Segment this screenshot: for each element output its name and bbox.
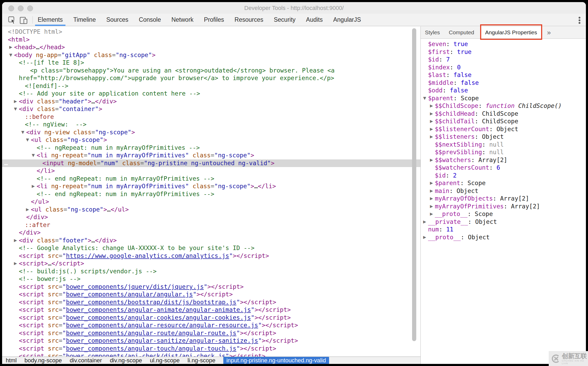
disclosure-right-icon[interactable]: ▶ (429, 187, 434, 195)
dom-line[interactable]: <script src="bower_components/angular-co… (2, 314, 420, 322)
property-row[interactable]: ▶$$listenerCount: Object (421, 125, 586, 133)
inspect-element-icon[interactable] (8, 16, 16, 24)
dom-line[interactable]: </li> (2, 167, 420, 175)
disclosure-down-icon[interactable]: ▼ (20, 129, 26, 136)
disclosure-right-icon[interactable]: ▶ (429, 203, 434, 210)
disclosure-down-icon[interactable]: ▼ (8, 51, 14, 59)
tab-profiles[interactable]: Profiles (204, 14, 224, 26)
dom-pane-scrollbar-thumb[interactable] (412, 28, 416, 341)
property-row[interactable]: ▶$$ChildScope: function ChildScope() (421, 102, 586, 110)
property-row[interactable]: $id: 2 (421, 172, 586, 180)
dom-line[interactable]: <script src="bower_components/jquery/dis… (2, 283, 420, 291)
breadcrumb-item[interactable]: li.ng-scope (187, 357, 215, 364)
property-row[interactable]: ▶$parent: Scope (421, 179, 586, 187)
tab-timeline[interactable]: Timeline (73, 14, 96, 26)
disclosure-right-icon[interactable]: ▶ (25, 206, 30, 214)
dom-line[interactable]: <script src="https://www.google-analytic… (2, 252, 420, 260)
disclosure-right-icon[interactable]: ▶ (429, 102, 434, 110)
disclosure-right-icon[interactable]: ▶ (13, 260, 18, 268)
property-row[interactable]: ▶__proto__: Object (421, 234, 586, 241)
dom-line[interactable]: ▶<head>…</head> (2, 43, 420, 51)
disclosure-right-icon[interactable]: ▶ (8, 43, 14, 51)
property-row[interactable]: ▶$$childTail: ChildScope (421, 118, 586, 125)
breadcrumb-item[interactable]: ul.ng-scope (150, 357, 180, 364)
property-row[interactable]: $id: 7 (421, 56, 586, 64)
dom-line[interactable]: ▶<div class="footer">…</div> (2, 237, 420, 245)
breadcrumb-item[interactable]: body.ng-scope (25, 357, 62, 364)
dom-line[interactable]: <!-- Add your site or application conten… (2, 90, 420, 98)
disclosure-right-icon[interactable]: ▶ (429, 133, 434, 141)
property-row[interactable]: ▶__private__: Object (421, 218, 586, 226)
property-row[interactable]: $$nextSibling: null (421, 141, 586, 149)
overflow-dots-icon[interactable]: … (4, 159, 8, 167)
dom-line[interactable]: </div> (2, 229, 420, 237)
disclosure-down-icon[interactable]: ▼ (25, 136, 30, 144)
property-row[interactable]: $last: false (421, 71, 586, 79)
dom-line[interactable]: href="http://browsehappy.com/">upgrade y… (2, 74, 420, 82)
dom-line[interactable]: <script src="bower_components/angular-to… (2, 345, 420, 353)
disclosure-right-icon[interactable]: ▶ (13, 237, 18, 245)
tab-resources[interactable]: Resources (235, 14, 263, 26)
more-options-kebab-icon[interactable] (576, 16, 582, 24)
property-row[interactable]: $$watchersCount: 6 (421, 164, 586, 172)
dom-line[interactable]: <![endif]--> (2, 82, 420, 90)
dom-line[interactable]: <!-- build:js(.) scripts/vendor.js --> (2, 268, 420, 275)
property-row[interactable]: ▶$$listeners: Object (421, 133, 586, 141)
disclosure-right-icon[interactable]: ▶ (30, 182, 36, 190)
property-row[interactable]: $$prevSibling: null (421, 148, 586, 156)
dom-line-selected[interactable]: …<input ng-model="num" class="ng-pristin… (2, 159, 420, 167)
disclosure-right-icon[interactable]: ▶ (422, 218, 428, 226)
dom-line[interactable]: <p class="browsehappy">You are using an … (2, 67, 420, 75)
disclosure-right-icon[interactable]: ▶ (429, 179, 434, 187)
tab-security[interactable]: Security (274, 14, 296, 26)
tab-elements[interactable]: Elements (38, 14, 63, 26)
dom-line[interactable]: </ul> (2, 198, 420, 206)
dom-line[interactable]: <!-- bower:js --> (2, 275, 420, 283)
dom-line[interactable]: ▼<ul class="ng-scope"> (2, 136, 420, 144)
dom-line[interactable]: <script src="bower_components/angular-an… (2, 306, 420, 314)
breadcrumb-item[interactable]: div.container (70, 357, 102, 364)
property-row[interactable]: $even: true (421, 40, 586, 48)
dom-line[interactable]: <!-- end ngRepeat: num in myArrayOfPrimi… (2, 190, 420, 198)
disclosure-right-icon[interactable]: ▶ (13, 98, 18, 106)
disclosure-right-icon[interactable]: ▶ (429, 118, 434, 125)
breadcrumb-item-selected[interactable]: input.ng-pristine.ng-untouched.ng-valid (223, 357, 329, 364)
dom-line[interactable]: ▼<body ng-app="gitApp" class="ng-scope"> (2, 51, 420, 59)
dom-line[interactable]: ▶<ul class="ng-scope">…</ul> (2, 206, 420, 214)
dom-line[interactable]: <!DOCTYPE html> (2, 28, 420, 36)
dom-line[interactable]: <script src="bower_components/angular-re… (2, 321, 420, 329)
property-row[interactable]: ▼$parent: Scope (421, 95, 586, 102)
dom-line[interactable]: ▶<script>…</script> (2, 260, 420, 268)
dom-line[interactable]: ▼<li ng-repeat="num in myArrayOfPrimitiv… (2, 152, 420, 159)
disclosure-right-icon[interactable]: ▶ (429, 125, 434, 133)
dom-line[interactable]: <script src="bower_components/bootstrap/… (2, 298, 420, 306)
property-row[interactable]: ▶__proto__: Scope (421, 210, 586, 218)
dom-line[interactable]: <!-- ngRepeat: num in myArrayOfPrimitive… (2, 144, 420, 152)
property-row[interactable]: num: 11 (421, 226, 586, 234)
device-toolbar-icon[interactable] (19, 16, 28, 24)
dom-line[interactable]: <script src="bower_components/api-check/… (2, 352, 420, 357)
dom-line[interactable]: ▼<div class="container"> (2, 105, 420, 113)
property-row[interactable]: $index: 0 (421, 64, 586, 71)
dom-line[interactable]: <!-- Google Analytics: change UA-XXXXX-X… (2, 244, 420, 252)
disclosure-right-icon[interactable]: ▶ (429, 195, 434, 203)
dom-line[interactable]: ▼<div ng-view class="ng-scope"> (2, 129, 420, 136)
tab-audits[interactable]: Audits (306, 14, 323, 26)
sidebar-tab-styles[interactable]: Styles (425, 26, 440, 38)
dom-line[interactable]: <script src="bower_components/angular-sa… (2, 337, 420, 345)
dom-line[interactable]: <!--[if lte IE 8]> (2, 59, 420, 67)
dom-line[interactable]: ▶<div class="header">…</div> (2, 98, 420, 106)
dom-line[interactable]: ::after (2, 221, 420, 229)
property-row[interactable]: ▶myArrayOfObjects: Array[2] (421, 195, 586, 203)
dom-line[interactable]: ::before (2, 113, 420, 121)
breadcrumb-item[interactable]: div.ng-scope (110, 357, 142, 364)
tab-console[interactable]: Console (139, 14, 161, 26)
sidebar-tab-angularjs-properties[interactable]: AngularJS Properties (481, 26, 541, 38)
sidebar-tab-computed[interactable]: Computed (449, 26, 474, 38)
dom-line[interactable]: <script src="bower_components/angular/an… (2, 291, 420, 298)
tab-sources[interactable]: Sources (106, 14, 128, 26)
breadcrumb-item[interactable]: html (6, 357, 17, 364)
property-row[interactable]: $first: true (421, 48, 586, 56)
dom-line[interactable]: <html> (2, 36, 420, 44)
property-row[interactable]: ▶myArrayOfPrimitives: Array[2] (421, 203, 586, 210)
